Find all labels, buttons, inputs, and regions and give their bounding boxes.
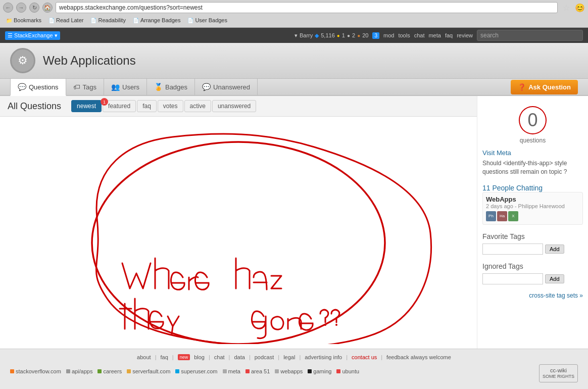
chat-avatar-2: Ha xyxy=(497,211,507,221)
filter-votes[interactable]: votes xyxy=(158,100,183,112)
chatting-title[interactable]: 11 People Chatting xyxy=(482,184,543,192)
smiley-icon: 😊 xyxy=(575,3,585,13)
footer-contact[interactable]: contact us xyxy=(352,354,377,360)
favorite-tags-section: Favorite Tags Add xyxy=(482,232,583,255)
page: ☰ StackExchange ▾ ▾ Barry ◆ 5,116 ● 1 ● … xyxy=(0,28,588,387)
review-link[interactable]: review xyxy=(457,32,473,38)
favorite-tags-title: Favorite Tags xyxy=(482,232,583,240)
browser-toolbar: ← → ↻ 🏠 ☆ 😊 xyxy=(3,2,585,13)
tab-badges[interactable]: 🏅 Badges xyxy=(147,79,195,95)
footer: about | faq | new blog | chat | data | p… xyxy=(0,349,588,387)
ignored-tag-input[interactable] xyxy=(482,273,543,284)
questions-count-box: 0 xyxy=(519,106,546,134)
site-title: Web Applications xyxy=(43,54,136,68)
chat-link[interactable]: chat xyxy=(414,32,425,38)
footer-site-superuser: superuser.com xyxy=(175,368,217,374)
site-header: ⚙ Web Applications xyxy=(0,43,588,79)
serverfault-dot xyxy=(127,369,131,373)
footer-feedback[interactable]: feedback always welcome xyxy=(386,354,451,360)
inbox-badge[interactable]: 3 xyxy=(372,32,379,39)
favorite-tag-input[interactable] xyxy=(482,244,543,255)
bookmark-star-icon[interactable]: ☆ xyxy=(563,3,570,13)
gold-badge-count: 1 xyxy=(342,32,345,38)
ask-icon: ❓ xyxy=(518,83,526,91)
sidebar: 0 questions Visit Meta Should <identify-… xyxy=(477,96,588,349)
unanswered-tab-icon: 💬 xyxy=(202,83,211,91)
user-rep: 5,116 xyxy=(321,32,335,38)
filter-newest[interactable]: newest xyxy=(71,100,102,112)
back-button[interactable]: ← xyxy=(3,3,13,13)
bookmark-readability[interactable]: 📄 Readability xyxy=(87,16,128,24)
tab-users[interactable]: 👥 Users xyxy=(104,79,147,95)
logo-icon: ⚙ xyxy=(18,54,28,67)
tab-navigation: 💬 Questions 🏷 Tags 👥 Users 🏅 Badges 💬 Un… xyxy=(0,79,588,96)
users-tab-icon: 👥 xyxy=(111,83,120,91)
tab-questions[interactable]: 💬 Questions xyxy=(10,79,66,96)
ignored-tag-add-button[interactable]: Add xyxy=(545,274,564,283)
footer-podcast[interactable]: podcast xyxy=(255,354,274,360)
top-nav-right: ▾ Barry ◆ 5,116 ● 1 ● 2 ● 20 3 mod tools… xyxy=(295,30,583,41)
footer-data[interactable]: data xyxy=(234,354,244,360)
all-questions-title: All Questions xyxy=(8,101,61,112)
footer-chat[interactable]: chat xyxy=(214,354,225,360)
tab-tags[interactable]: 🏷 Tags xyxy=(66,79,104,95)
bookmark-read-later[interactable]: 📄 Read Later xyxy=(45,16,86,24)
tools-link[interactable]: tools xyxy=(398,32,410,38)
filter-unanswered[interactable]: unanswered xyxy=(212,100,256,112)
footer-site-ubuntu: ubuntu xyxy=(336,368,359,374)
favorite-tag-add-button[interactable]: Add xyxy=(545,245,564,254)
filter-featured[interactable]: 1 featured xyxy=(103,100,136,112)
doc-icon: 📄 xyxy=(48,18,55,23)
area51-dot xyxy=(246,369,250,373)
faq-link[interactable]: faq xyxy=(445,32,453,38)
some-rights-label: SOME RIGHTS xyxy=(543,374,574,380)
svg-point-1 xyxy=(324,324,326,326)
doc-icon-3: 📄 xyxy=(133,18,139,23)
stackexchange-menu[interactable]: ☰ StackExchange ▾ xyxy=(5,31,60,40)
chat-time: 2 days ago - Philippe Harewood xyxy=(486,203,579,209)
footer-blog[interactable]: blog xyxy=(194,354,205,360)
gold-badge-icon: ● xyxy=(337,33,340,38)
forward-button[interactable]: → xyxy=(16,3,26,13)
ignored-tags-title: Ignored Tags xyxy=(482,262,583,270)
filter-active[interactable]: active xyxy=(184,100,211,112)
top-nav: ☰ StackExchange ▾ ▾ Barry ◆ 5,116 ● 1 ● … xyxy=(0,28,588,43)
doc-icon-2: 📄 xyxy=(90,18,96,23)
filter-faq[interactable]: faq xyxy=(137,100,157,112)
user-name-link[interactable]: Barry xyxy=(300,32,313,38)
tab-unanswered[interactable]: 💬 Unanswered xyxy=(195,79,258,95)
url-bar[interactable] xyxy=(56,2,558,13)
bronze-badge-icon: ● xyxy=(357,33,360,38)
footer-site-webapps: webapps xyxy=(275,368,303,374)
badges-tab-icon: 🏅 xyxy=(154,83,163,91)
search-input[interactable] xyxy=(477,30,583,41)
ask-question-button[interactable]: ❓ Ask Question xyxy=(511,80,578,94)
footer-site-area51: area 51 xyxy=(246,368,270,374)
bookmark-arrange-badges[interactable]: 📄 Arrange Badges xyxy=(130,16,184,24)
visit-meta-link[interactable]: Visit Meta xyxy=(482,149,583,157)
meta-description: Should <identify-this-app> style questio… xyxy=(482,159,583,176)
chat-avatar-3: X xyxy=(508,211,518,221)
home-button[interactable]: 🏠 xyxy=(42,3,53,13)
footer-about[interactable]: about xyxy=(137,354,151,360)
bookmark-bookmarks[interactable]: 📁 Bookmarks xyxy=(3,16,44,24)
svg-point-2 xyxy=(335,324,337,326)
footer-advertising[interactable]: advertising info xyxy=(305,354,342,360)
reload-button[interactable]: ↻ xyxy=(29,3,39,13)
meta-link[interactable]: meta xyxy=(428,32,440,38)
questions-header: All Questions newest 1 featured faq vote… xyxy=(0,96,477,117)
questions-tab-icon: 💬 xyxy=(18,83,26,91)
mod-link[interactable]: mod xyxy=(383,32,394,38)
superuser-dot xyxy=(175,369,179,373)
cross-site-link[interactable]: cross-site tag sets » xyxy=(482,292,583,299)
doc-icon-4: 📄 xyxy=(187,18,193,23)
questions-area: All Questions newest 1 featured faq vote… xyxy=(0,96,477,349)
footer-faq[interactable]: faq xyxy=(160,354,168,360)
featured-count-badge: 1 xyxy=(101,98,108,106)
site-logo: ⚙ xyxy=(10,48,35,73)
top-nav-left: ☰ StackExchange ▾ xyxy=(5,31,60,40)
diamond-icon: ◆ xyxy=(315,32,319,39)
silver-badge-icon: ● xyxy=(347,33,350,38)
footer-legal[interactable]: legal xyxy=(283,354,295,360)
bookmark-user-badges[interactable]: 📄 User Badges xyxy=(184,16,230,24)
